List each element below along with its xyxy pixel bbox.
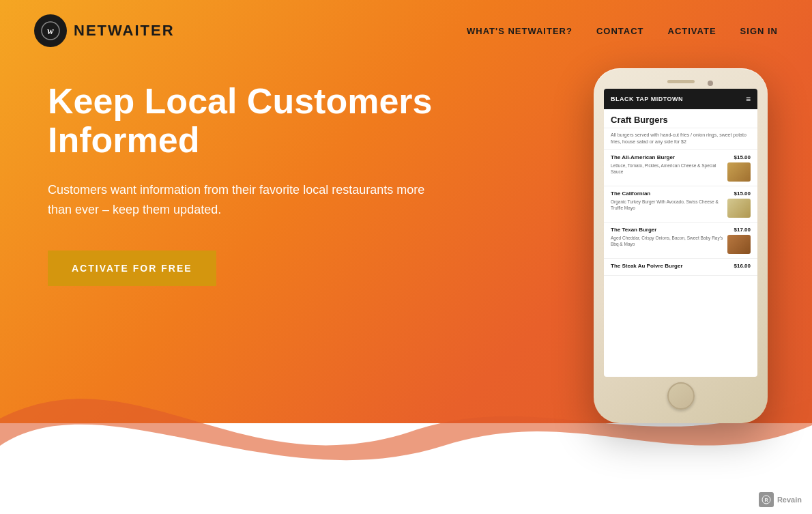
restaurant-name: BLACK TAP MIDTOWN	[611, 96, 683, 102]
phone-speaker	[667, 80, 695, 83]
menu-item-header: The Steak Au Poivre Burger $16.00	[611, 263, 751, 269]
menu-item: The All-American Burger $15.00 Lettuce, …	[604, 150, 757, 186]
menu-item-header: The Texan Burger $17.00	[611, 227, 751, 233]
cta-button[interactable]: ACTIVATE FOR FREE	[48, 251, 216, 286]
watermark-icon: R	[759, 492, 774, 507]
menu-item-price: $15.00	[734, 154, 751, 160]
hamburger-menu-icon: ≡	[746, 94, 751, 104]
logo-svg: w	[41, 21, 60, 40]
menu-item-body: Lettuce, Tomato, Pickles, American Chees…	[611, 162, 751, 182]
nav-contact[interactable]: CONTACT	[596, 26, 644, 36]
svg-text:w: w	[47, 26, 54, 36]
menu-item-price: $16.00	[734, 263, 751, 269]
phone-outer: BLACK TAP MIDTOWN ≡ Craft Burgers All bu…	[594, 68, 768, 423]
hero-title: Keep Local Customers Informed	[48, 82, 471, 160]
phone-camera	[708, 81, 713, 86]
menu-item-image	[727, 235, 751, 254]
nav-activate[interactable]: ACTIVATE	[668, 26, 716, 36]
logo-icon: w	[34, 14, 67, 47]
menu-item-name: The Texan Burger	[611, 227, 656, 233]
menu-item-image	[727, 162, 751, 182]
menu-item-desc: Aged Cheddar, Crispy Onions, Bacon, Swee…	[611, 235, 723, 254]
nav-signin[interactable]: SIGN IN	[740, 26, 778, 36]
watermark: R Revain	[759, 492, 802, 507]
menu-item-header: The All-American Burger $15.00	[611, 154, 751, 160]
menu-item: The Texan Burger $17.00 Aged Cheddar, Cr…	[604, 223, 757, 259]
brand-name: NETWAITER	[74, 22, 175, 40]
menu-item-desc: Lettuce, Tomato, Pickles, American Chees…	[611, 162, 723, 182]
logo[interactable]: w NETWAITER	[34, 14, 175, 47]
menu-category: Craft Burgers	[604, 109, 757, 128]
phone-mockup: BLACK TAP MIDTOWN ≡ Craft Burgers All bu…	[594, 68, 771, 423]
menu-item-desc: Organic Turkey Burger With Avocado, Swis…	[611, 199, 723, 218]
hero-content: Keep Local Customers Informed Customers …	[48, 82, 471, 286]
menu-item: The Californian $15.00 Organic Turkey Bu…	[604, 186, 757, 223]
screen-header: BLACK TAP MIDTOWN ≡	[604, 89, 757, 109]
navigation: WHAT'S NETWAITER? CONTACT ACTIVATE SIGN …	[467, 26, 778, 36]
svg-text:R: R	[764, 498, 768, 502]
menu-item-name: The All-American Burger	[611, 154, 675, 160]
hero-subtitle: Customers want information from their fa…	[48, 180, 430, 220]
menu-item-price: $15.00	[734, 190, 751, 197]
watermark-label: Revain	[777, 496, 802, 504]
menu-item: The Steak Au Poivre Burger $16.00	[604, 259, 757, 276]
menu-item-image	[727, 199, 751, 218]
header: w NETWAITER WHAT'S NETWAITER? CONTACT AC…	[0, 0, 812, 61]
menu-description: All burgers served with hand-cut fries /…	[604, 128, 757, 150]
menu-item-price: $17.00	[734, 227, 751, 233]
phone-screen: BLACK TAP MIDTOWN ≡ Craft Burgers All bu…	[604, 89, 757, 377]
phone-home-button	[667, 382, 695, 410]
menu-item-name: The Steak Au Poivre Burger	[611, 263, 683, 269]
menu-item-header: The Californian $15.00	[611, 190, 751, 197]
nav-whats-netwaiter[interactable]: WHAT'S NETWAITER?	[467, 26, 572, 36]
menu-item-name: The Californian	[611, 190, 650, 197]
menu-item-body: Aged Cheddar, Crispy Onions, Bacon, Swee…	[611, 235, 751, 254]
menu-item-body: Organic Turkey Burger With Avocado, Swis…	[611, 199, 751, 218]
revain-icon: R	[762, 495, 771, 504]
